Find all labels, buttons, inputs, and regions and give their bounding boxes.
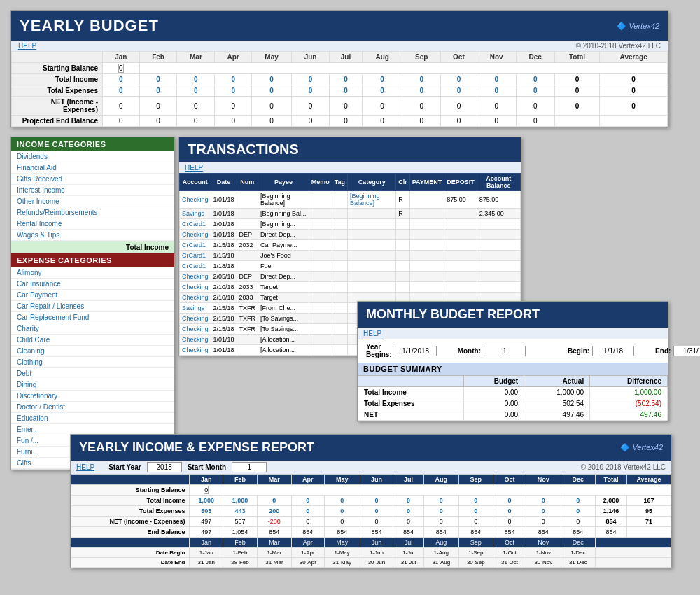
report-start-balance-row: Starting Balance 0 xyxy=(71,485,671,496)
report-income-row: Total Income 1,000 1,000 0 0 0 0 0 0 0 0… xyxy=(71,496,671,506)
col-tag: Tag xyxy=(332,174,347,191)
summary-net-actual: 497.46 xyxy=(524,410,590,421)
list-item[interactable]: Doctor / Dentist xyxy=(11,402,174,413)
income-categories-header: INCOME CATEGORIES xyxy=(11,137,174,151)
table-row[interactable]: CrCard1 1/15/18 Joe's Food xyxy=(180,251,521,261)
table-row[interactable]: Checking 1/01/18 DEP Direct Dep... xyxy=(180,230,521,240)
monthly-info-section: Year Begins: 1/1/2018 Month: 1 Begin: 1/… xyxy=(358,339,668,363)
summary-expense-actual: 502.54 xyxy=(524,398,590,410)
rh-dec: Dec xyxy=(561,475,596,485)
rh-feb: Feb xyxy=(223,475,258,485)
col-actual: Actual xyxy=(524,376,590,387)
month-value[interactable]: 1 xyxy=(484,346,526,356)
list-item[interactable]: Debt xyxy=(11,368,174,379)
list-item[interactable]: Cleaning xyxy=(11,346,174,357)
list-item[interactable]: Alimony xyxy=(11,267,174,279)
summary-header-row: Budget Actual Difference xyxy=(358,376,668,387)
starting-balance-row: Starting Balance 0 xyxy=(12,63,668,74)
start-year-label: Start Year xyxy=(108,463,141,471)
rh-apr: Apr xyxy=(291,475,324,485)
yearly-report-logo: 🔷 Vertex42 xyxy=(620,443,663,452)
summary-expense-budget: 0.00 xyxy=(463,398,524,410)
table-row[interactable]: CrCard1 1/15/18 2032 Car Payme... xyxy=(180,240,521,251)
rh-jan: Jan xyxy=(190,475,223,485)
table-row[interactable]: CrCard1 1/01/18 [Beginning... xyxy=(180,219,521,230)
total-expenses-row: Total Expenses 000000000000 0 0 xyxy=(12,85,668,97)
list-item[interactable]: Refunds/Reimbursements xyxy=(11,207,174,218)
month-sep: Sep xyxy=(402,52,441,63)
report-income-label: Total Income xyxy=(71,496,190,506)
yearly-budget-help[interactable]: HELP xyxy=(18,42,36,50)
list-item[interactable]: Dining xyxy=(11,379,174,391)
start-month-label: Start Month xyxy=(188,463,227,471)
report-net-label: NET (Income - Expenses) xyxy=(71,517,190,527)
list-item[interactable]: Child Care xyxy=(11,335,174,346)
begin-field: Begin: 1/1/18 xyxy=(568,346,634,356)
rh-oct: Oct xyxy=(493,475,526,485)
start-month-input[interactable]: 1 xyxy=(232,462,267,472)
yearly-budget-table: Jan Feb Mar Apr May Jun Jul Aug Sep Oct … xyxy=(11,51,668,127)
list-item[interactable]: Discretionary xyxy=(11,391,174,402)
col-average: Average xyxy=(600,52,668,63)
end-label: End: xyxy=(655,347,671,355)
list-item[interactable]: Car Payment xyxy=(11,290,174,301)
list-item[interactable]: Wages & Tips xyxy=(11,230,174,241)
yearly-report-copyright: © 2010-2018 Vertex42 LLC xyxy=(581,463,666,471)
report-net-row: NET (Income - Expenses) 497 557 -200 0 0… xyxy=(71,517,671,527)
monthly-budget-help[interactable]: HELP xyxy=(363,330,382,337)
categories-panel: INCOME CATEGORIES Dividends Financial Ai… xyxy=(10,136,175,470)
month-label: Month: xyxy=(458,347,481,355)
income-category-list: Dividends Financial Aid Gifts Received I… xyxy=(11,151,174,241)
list-item[interactable]: Rental Income xyxy=(11,218,174,230)
table-row[interactable]: CrCard1 1/18/18 Fuel xyxy=(180,261,521,272)
year-begins-value[interactable]: 1/1/2018 xyxy=(395,346,437,356)
rh-aug: Aug xyxy=(424,475,459,485)
list-item[interactable]: Car Insurance xyxy=(11,279,174,290)
monthly-budget-header: MONTHLY BUDGET REPORT xyxy=(358,302,668,328)
rh-jun: Jun xyxy=(360,475,393,485)
yearly-report-help[interactable]: HELP xyxy=(76,463,94,471)
rh-avg: Average xyxy=(626,475,671,485)
projected-end-row: Projected End Balance 000000000000 xyxy=(12,115,668,127)
report-months-header-row: Jan Feb Mar Apr May Jun Jul Aug Sep Oct … xyxy=(71,538,671,548)
list-item[interactable]: Interest Income xyxy=(11,185,174,196)
yearly-report-header: YEARLY INCOME & EXPENSE REPORT 🔷 Vertex4… xyxy=(71,435,671,461)
trans-header-row: Account Date Num Payee Memo Tag Category… xyxy=(180,174,521,191)
end-value: 1/31/18 xyxy=(673,346,700,356)
yearly-budget-header: YEARLY BUDGET 🔷 Vertex42 xyxy=(11,11,668,41)
months-header-row: Jan Feb Mar Apr May Jun Jul Aug Sep Oct … xyxy=(12,52,668,63)
rh-may: May xyxy=(324,475,360,485)
transactions-help[interactable]: HELP xyxy=(185,164,203,172)
begin-label: Begin: xyxy=(568,347,589,355)
month-aug: Aug xyxy=(363,52,402,63)
table-row[interactable]: Checking 2/05/18 DEP Direct Dep... xyxy=(180,272,521,282)
yearly-report-table: Jan Feb Mar Apr May Jun Jul Aug Sep Oct … xyxy=(71,474,671,568)
col-difference: Difference xyxy=(590,376,668,387)
list-item[interactable]: Car Repair / Licenses xyxy=(11,301,174,312)
starting-balance-input[interactable]: 0 xyxy=(103,63,140,74)
list-item[interactable]: Gifts Received xyxy=(11,174,174,185)
summary-income-diff: 1,000.00 xyxy=(590,387,668,398)
total-income-label: Total Income xyxy=(12,74,103,85)
expense-categories-header: EXPENSE CATEGORIES xyxy=(11,253,174,267)
rh-sep: Sep xyxy=(458,475,493,485)
col-budget: Budget xyxy=(463,376,524,387)
list-item[interactable]: Clothing xyxy=(11,357,174,368)
list-item[interactable]: Education xyxy=(11,413,174,424)
month-field: Month: 1 xyxy=(458,346,526,356)
list-item[interactable]: Dividends xyxy=(11,151,174,162)
start-year-input[interactable]: 2018 xyxy=(147,462,182,472)
month-dec: Dec xyxy=(516,52,554,63)
list-item[interactable]: Car Replacement Fund xyxy=(11,312,174,323)
report-start-bal-label: Starting Balance xyxy=(71,485,190,496)
col-empty xyxy=(358,376,464,387)
yearly-budget-title: YEARLY BUDGET xyxy=(20,17,159,35)
list-item[interactable]: Financial Aid xyxy=(11,162,174,174)
table-row[interactable]: Checking 2/10/18 2033 Target xyxy=(180,282,521,293)
table-row[interactable]: Savings 1/01/18 [Beginning Bal... R 2,34… xyxy=(180,209,521,219)
list-item[interactable]: Other Income xyxy=(11,196,174,207)
net-row: NET (Income - Expenses) 000000000000 0 0 xyxy=(12,97,668,115)
yearly-report-panel: YEARLY INCOME & EXPENSE REPORT 🔷 Vertex4… xyxy=(70,434,672,568)
list-item[interactable]: Charity xyxy=(11,323,174,335)
table-row[interactable]: Checking 1/01/18 [Beginning Balance] [Be… xyxy=(180,191,521,209)
